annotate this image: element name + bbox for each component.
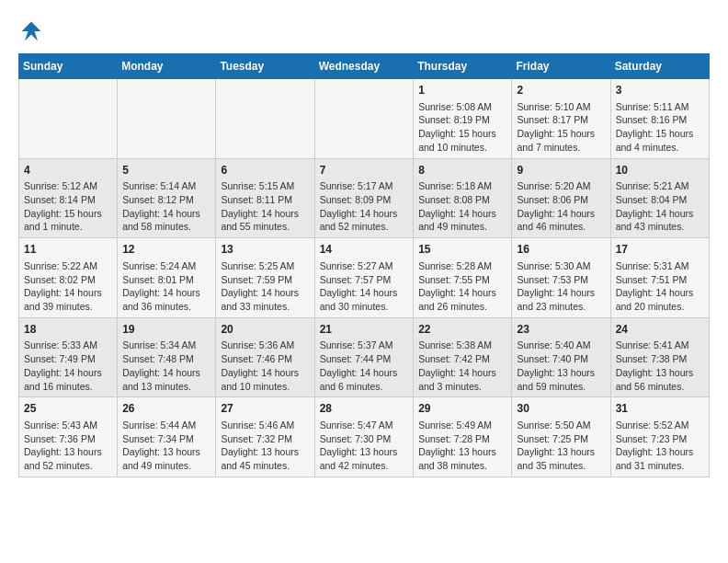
cell-info-line: Sunset: 7:51 PM [616,273,704,287]
cell-info-line: Daylight: 15 hours [418,127,506,141]
weekday-header-monday: Monday [118,54,216,79]
calendar-cell: 11Sunrise: 5:22 AMSunset: 8:02 PMDayligh… [19,238,118,318]
calendar-cell: 23Sunrise: 5:40 AMSunset: 7:40 PMDayligh… [512,317,610,397]
cell-info-line: Sunset: 8:11 PM [221,193,309,207]
calendar-cell: 30Sunrise: 5:50 AMSunset: 7:25 PMDayligh… [512,397,610,477]
cell-info-line: Sunset: 7:49 PM [24,352,112,366]
cell-info-line: and 26 minutes. [418,300,506,314]
cell-info-line: and 39 minutes. [24,300,112,314]
cell-info-line: Daylight: 14 hours [122,286,210,300]
cell-info-line: Sunrise: 5:27 AM [320,259,409,273]
cell-info-line: Sunrise: 5:11 AM [616,100,704,114]
cell-info-line: and 33 minutes. [221,300,309,314]
calendar-cell: 20Sunrise: 5:36 AMSunset: 7:46 PMDayligh… [216,317,314,397]
calendar-cell: 17Sunrise: 5:31 AMSunset: 7:51 PMDayligh… [610,238,709,318]
day-number: 14 [320,242,409,258]
cell-info-line: Sunrise: 5:31 AM [616,259,704,273]
day-number: 12 [122,242,210,258]
cell-info-line: Daylight: 13 hours [418,445,506,459]
day-number: 11 [24,242,112,258]
calendar-cell: 13Sunrise: 5:25 AMSunset: 7:59 PMDayligh… [216,238,314,318]
calendar-cell: 16Sunrise: 5:30 AMSunset: 7:53 PMDayligh… [512,238,610,318]
cell-info-line: and 52 minutes. [24,459,112,473]
cell-info-line: and 38 minutes. [418,459,506,473]
day-number: 15 [418,242,506,258]
cell-info-line: Sunrise: 5:12 AM [24,179,112,193]
day-number: 27 [221,401,309,417]
weekday-header-thursday: Thursday [414,54,512,79]
cell-info-line: Sunset: 7:23 PM [616,432,704,446]
calendar-cell: 5Sunrise: 5:14 AMSunset: 8:12 PMDaylight… [118,158,216,238]
cell-info-line: Sunrise: 5:15 AM [221,179,309,193]
cell-info-line: and 31 minutes. [616,459,704,473]
cell-info-line: and 6 minutes. [320,380,409,394]
day-number: 18 [24,322,112,338]
calendar-cell: 24Sunrise: 5:41 AMSunset: 7:38 PMDayligh… [610,317,709,397]
calendar-cell: 25Sunrise: 5:43 AMSunset: 7:36 PMDayligh… [19,397,118,477]
calendar-cell: 14Sunrise: 5:27 AMSunset: 7:57 PMDayligh… [314,238,414,318]
day-number: 20 [221,322,309,338]
cell-info-line: and 30 minutes. [320,300,409,314]
cell-info-line: Sunrise: 5:43 AM [24,419,112,432]
cell-info-line: Sunset: 8:02 PM [24,273,112,287]
cell-info-line: and 36 minutes. [122,300,210,314]
calendar-cell: 10Sunrise: 5:21 AMSunset: 8:04 PMDayligh… [610,158,709,238]
cell-info-line: Daylight: 13 hours [122,445,210,459]
weekday-header-saturday: Saturday [610,54,709,79]
cell-info-line: Daylight: 13 hours [517,366,605,380]
cell-info-line: Sunset: 7:32 PM [221,432,309,446]
day-number: 3 [616,83,704,98]
cell-info-line: Daylight: 14 hours [320,366,409,380]
cell-info-line: Sunrise: 5:20 AM [517,179,605,193]
calendar-cell [118,79,216,159]
cell-info-line: Sunrise: 5:50 AM [517,419,605,432]
cell-info-line: Sunset: 7:55 PM [418,273,506,287]
cell-info-line: Sunrise: 5:25 AM [221,259,309,273]
cell-info-line: Daylight: 13 hours [320,445,409,459]
calendar-week-row: 4Sunrise: 5:12 AMSunset: 8:14 PMDaylight… [19,158,710,238]
logo-icon [18,18,44,44]
cell-info-line: Sunrise: 5:37 AM [320,339,409,352]
day-number: 9 [517,163,605,178]
cell-info-line: and 13 minutes. [122,380,210,394]
cell-info-line: Sunrise: 5:44 AM [122,419,210,432]
cell-info-line: Daylight: 14 hours [221,366,309,380]
cell-info-line: and 55 minutes. [221,220,309,234]
calendar-cell: 9Sunrise: 5:20 AMSunset: 8:06 PMDaylight… [512,158,610,238]
cell-info-line: Daylight: 14 hours [517,207,605,221]
cell-info-line: and 23 minutes. [517,300,605,314]
cell-info-line: and 46 minutes. [517,220,605,234]
cell-info-line: Sunset: 7:48 PM [122,352,210,366]
cell-info-line: Sunset: 7:42 PM [418,352,506,366]
cell-info-line: Sunset: 7:53 PM [517,273,605,287]
calendar-cell: 15Sunrise: 5:28 AMSunset: 7:55 PMDayligh… [414,238,512,318]
day-number: 17 [616,242,704,258]
cell-info-line: Sunrise: 5:10 AM [517,100,605,114]
svg-marker-0 [22,22,41,41]
cell-info-line: Daylight: 14 hours [616,207,704,221]
cell-info-line: Daylight: 15 hours [24,207,112,221]
day-number: 28 [320,401,409,417]
day-number: 23 [517,322,605,338]
calendar-cell: 29Sunrise: 5:49 AMSunset: 7:28 PMDayligh… [414,397,512,477]
calendar-week-row: 18Sunrise: 5:33 AMSunset: 7:49 PMDayligh… [19,317,710,397]
cell-info-line: Sunrise: 5:38 AM [418,339,506,352]
cell-info-line: Daylight: 14 hours [418,286,506,300]
weekday-header-tuesday: Tuesday [216,54,314,79]
day-number: 16 [517,242,605,258]
cell-info-line: Sunrise: 5:40 AM [517,339,605,352]
cell-info-line: Sunrise: 5:30 AM [517,259,605,273]
day-number: 19 [122,322,210,338]
weekday-header-sunday: Sunday [19,54,118,79]
cell-info-line: Sunrise: 5:34 AM [122,339,210,352]
logo [18,18,48,44]
header [18,18,710,44]
cell-info-line: Sunrise: 5:36 AM [221,339,309,352]
cell-info-line: Sunset: 7:36 PM [24,432,112,446]
cell-info-line: and 42 minutes. [320,459,409,473]
weekday-header-wednesday: Wednesday [314,54,414,79]
cell-info-line: Daylight: 14 hours [24,286,112,300]
calendar-cell: 18Sunrise: 5:33 AMSunset: 7:49 PMDayligh… [19,317,118,397]
cell-info-line: and 1 minute. [24,220,112,234]
cell-info-line: Sunrise: 5:52 AM [616,419,704,432]
